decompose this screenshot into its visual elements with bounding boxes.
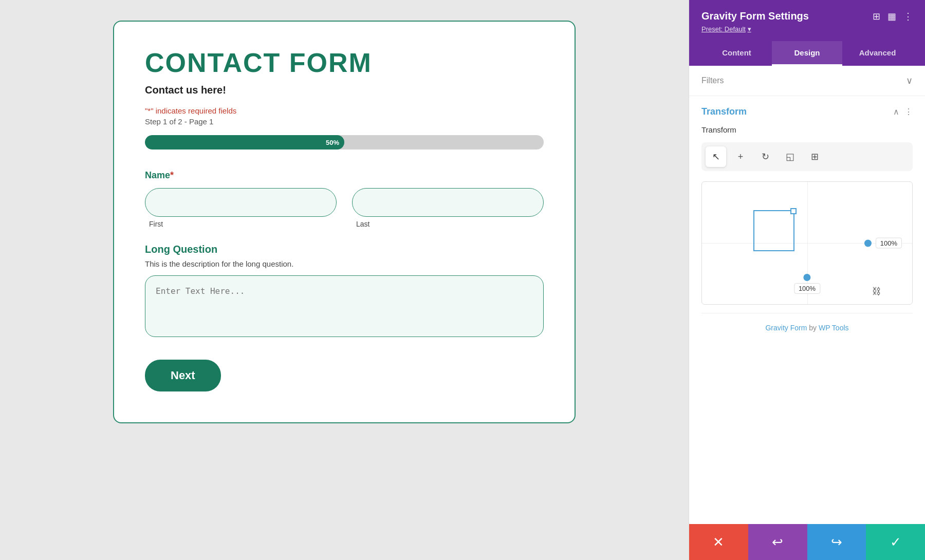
scale-right-indicator: 100%: [864, 238, 902, 249]
last-name-input[interactable]: [352, 188, 544, 217]
form-card: CONTACT FORM Contact us here! "*" indica…: [113, 21, 576, 423]
progress-bar-container: 50%: [145, 135, 544, 150]
settings-header: Gravity Form Settings ⊞ ▦ ⋮ Preset: Defa…: [689, 0, 925, 66]
filters-label: Filters: [701, 76, 724, 85]
filters-chevron-icon: ∨: [906, 75, 913, 86]
canvas-inner: 100% 100% ⛓: [702, 182, 912, 304]
name-field-label: Name*: [145, 170, 544, 181]
required-notice: "*" indicates required fields: [145, 106, 544, 115]
transform-section-title: Transform: [701, 106, 747, 117]
redo-button[interactable]: ↪: [807, 524, 866, 560]
settings-panel: Gravity Form Settings ⊞ ▦ ⋮ Preset: Defa…: [689, 0, 925, 560]
more-icon[interactable]: ⋮: [903, 11, 913, 22]
expand-icon[interactable]: ⊞: [873, 11, 880, 22]
gravity-form-credit: Gravity Form by WP Tools: [701, 313, 913, 342]
bottom-action-bar: ✕ ↩ ↪ ✓: [689, 524, 925, 560]
settings-tabs: Content Design Advanced: [701, 41, 913, 66]
transform-collapse-icon[interactable]: ∧: [893, 107, 899, 117]
name-fields-row: First Last: [145, 188, 544, 228]
tab-design[interactable]: Design: [772, 41, 842, 66]
transform-section: Transform ∧ ⋮ Transform ↖ + ↻ ◱ ⊞: [689, 96, 925, 352]
credit-gravity-form-link[interactable]: Gravity Form: [765, 324, 807, 332]
long-question-section: Long Question This is the description fo…: [145, 244, 544, 339]
transform-toolbar: ↖ + ↻ ◱ ⊞: [701, 142, 913, 171]
name-field-section: Name* First Last: [145, 170, 544, 228]
next-button[interactable]: Next: [145, 360, 221, 391]
scale-right-dot: [864, 239, 872, 247]
scale-bottom-value[interactable]: 100%: [794, 283, 820, 294]
transform-label: Transform: [701, 125, 913, 134]
scale-tool-button[interactable]: ⊞: [804, 146, 825, 167]
scale-bottom-dot: [804, 274, 811, 281]
first-name-input[interactable]: [145, 188, 337, 217]
filters-section[interactable]: Filters ∨: [689, 66, 925, 96]
confirm-button[interactable]: ✓: [866, 524, 925, 560]
progress-bar-fill: 50%: [145, 135, 344, 150]
form-preview-area: CONTACT FORM Contact us here! "*" indica…: [0, 0, 689, 560]
credit-by: by: [809, 324, 819, 332]
last-label: Last: [352, 220, 544, 228]
preset-arrow: ▾: [748, 25, 751, 33]
last-name-group: Last: [352, 188, 544, 228]
settings-header-icons: ⊞ ▦ ⋮: [873, 11, 913, 22]
canvas-transform-box[interactable]: [753, 210, 794, 251]
first-name-group: First: [145, 188, 337, 228]
form-subtitle: Contact us here!: [145, 84, 544, 96]
add-tool-button[interactable]: +: [730, 146, 751, 167]
move-tool-button[interactable]: ↖: [706, 146, 726, 167]
preset-label: Preset: Default: [701, 25, 746, 33]
form-title: CONTACT FORM: [145, 47, 544, 78]
long-question-title: Long Question: [145, 244, 544, 255]
first-label: First: [145, 220, 337, 228]
link-icon[interactable]: ⛓: [872, 286, 881, 297]
transform-header-icons: ∧ ⋮: [893, 107, 913, 117]
settings-body: Filters ∨ Transform ∧ ⋮ Transform ↖ + ↻ …: [689, 66, 925, 524]
transform-canvas[interactable]: 100% 100% ⛓: [701, 181, 913, 305]
long-question-desc: This is the description for the long que…: [145, 259, 544, 268]
required-star-text: "*": [145, 106, 154, 115]
scale-right-value[interactable]: 100%: [876, 238, 902, 249]
credit-wp-tools-link[interactable]: WP Tools: [819, 324, 849, 332]
canvas-box-handle[interactable]: [790, 208, 797, 214]
transform-header: Transform ∧ ⋮: [701, 106, 913, 117]
settings-header-top: Gravity Form Settings ⊞ ▦ ⋮: [701, 10, 913, 22]
rotate-tool-button[interactable]: ↻: [755, 146, 775, 167]
long-question-textarea[interactable]: [145, 275, 544, 337]
settings-panel-title: Gravity Form Settings: [701, 10, 809, 22]
transform-more-icon[interactable]: ⋮: [904, 107, 913, 117]
required-notice-text: indicates required fields: [156, 106, 237, 115]
tab-content[interactable]: Content: [701, 41, 772, 66]
step-info: Step 1 of 2 - Page 1: [145, 117, 544, 126]
layout-icon[interactable]: ▦: [887, 11, 896, 22]
skew-tool-button[interactable]: ◱: [780, 146, 800, 167]
undo-button[interactable]: ↩: [748, 524, 807, 560]
progress-label: 50%: [326, 139, 339, 146]
tab-advanced[interactable]: Advanced: [842, 41, 913, 66]
scale-bottom-indicator: 100%: [794, 274, 820, 294]
cancel-button[interactable]: ✕: [689, 524, 748, 560]
settings-preset[interactable]: Preset: Default ▾: [701, 25, 913, 33]
